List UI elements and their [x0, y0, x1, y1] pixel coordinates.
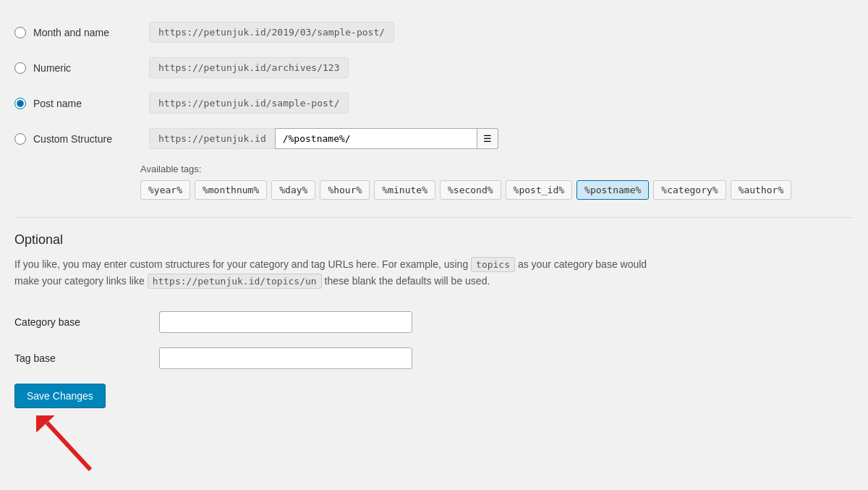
tag-base-label: Tag base: [14, 340, 159, 376]
custom-url-base: https://petunjuk.id: [149, 128, 275, 149]
tag-postname[interactable]: %postname%: [576, 180, 649, 200]
optional-desc-after: these blank the defaults will be used.: [325, 275, 490, 287]
tag-hour[interactable]: %hour%: [320, 180, 370, 200]
tag-category[interactable]: %category%: [653, 180, 726, 200]
post-name-label: Post name: [33, 98, 149, 109]
post-name-radio[interactable]: [14, 98, 26, 109]
tag-second[interactable]: %second%: [440, 180, 501, 200]
tags-container: %year% %monthnum% %day% %hour% %minute% …: [140, 180, 854, 200]
numeric-label: Numeric: [33, 62, 149, 74]
arrow-icon: [36, 415, 101, 473]
optional-form-table: Category base Tag base: [14, 304, 854, 376]
optional-section: Optional If you like, you may enter cust…: [14, 232, 854, 473]
optional-description: If you like, you may enter custom struct…: [14, 256, 665, 290]
optional-heading: Optional: [14, 232, 854, 248]
tag-base-input[interactable]: [159, 347, 412, 369]
numeric-row: Numeric https://petunjuk.id/archives/123: [14, 57, 854, 78]
tag-monthnum[interactable]: %monthnum%: [195, 180, 267, 200]
category-base-label: Category base: [14, 304, 159, 340]
save-changes-button[interactable]: Save Changes: [14, 384, 106, 408]
svg-line-1: [47, 423, 90, 470]
permalink-section: Month and name https://petunjuk.id/2019/…: [14, 14, 854, 481]
optional-desc-before: If you like, you may enter custom struct…: [14, 258, 468, 270]
post-name-url: https://petunjuk.id/sample-post/: [149, 93, 349, 114]
tag-base-row: Tag base: [14, 340, 854, 376]
category-base-input[interactable]: [159, 311, 412, 333]
tag-post-id[interactable]: %post_id%: [506, 180, 572, 200]
section-divider: [14, 217, 854, 218]
custom-structure-inputs: https://petunjuk.id ☰: [149, 128, 498, 149]
month-and-name-radio[interactable]: [14, 27, 26, 38]
tag-day[interactable]: %day%: [271, 180, 315, 200]
custom-structure-radio[interactable]: [14, 133, 26, 145]
tag-year[interactable]: %year%: [140, 180, 190, 200]
post-name-row: Post name https://petunjuk.id/sample-pos…: [14, 93, 854, 114]
topics-code: topics: [471, 257, 515, 272]
month-and-name-row: Month and name https://petunjuk.id/2019/…: [14, 22, 854, 43]
custom-structure-input[interactable]: [275, 128, 477, 149]
numeric-radio[interactable]: [14, 62, 26, 74]
month-and-name-url: https://petunjuk.id/2019/03/sample-post/: [149, 22, 394, 43]
arrow-container: [14, 415, 854, 473]
tag-minute[interactable]: %minute%: [374, 180, 435, 200]
tag-author[interactable]: %author%: [731, 180, 792, 200]
url-example-code: https://petunjuk.id/topics/un: [148, 274, 322, 289]
category-base-row: Category base: [14, 304, 854, 340]
month-and-name-label: Month and name: [33, 27, 149, 38]
available-tags-label: Available tags:: [140, 164, 854, 174]
custom-structure-tag-button[interactable]: ☰: [477, 128, 498, 149]
custom-structure-label: Custom Structure: [33, 133, 149, 145]
custom-structure-row: Custom Structure https://petunjuk.id ☰: [14, 128, 854, 149]
numeric-url: https://petunjuk.id/archives/123: [149, 57, 349, 78]
